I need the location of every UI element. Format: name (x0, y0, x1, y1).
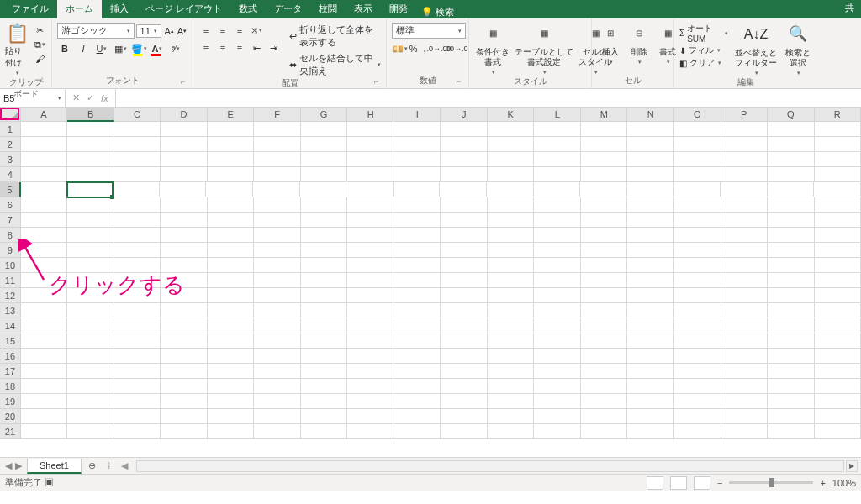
cell[interactable] (768, 228, 815, 243)
cell[interactable] (581, 318, 628, 333)
cell[interactable] (441, 409, 488, 424)
cell[interactable] (347, 424, 394, 439)
cell[interactable] (21, 167, 68, 182)
zoom-level[interactable]: 100% (832, 478, 856, 488)
cell[interactable] (21, 364, 68, 379)
cell[interactable] (627, 258, 674, 273)
cell[interactable] (301, 243, 348, 258)
cell[interactable] (114, 288, 161, 303)
tab-insert[interactable]: 挿入 (102, 0, 137, 18)
font-launcher[interactable]: ⌐ (181, 77, 191, 87)
cell[interactable] (581, 228, 628, 243)
phonetic-button[interactable]: ᵃ⁄▾ (168, 41, 183, 56)
cell[interactable] (721, 379, 769, 394)
cell[interactable] (815, 213, 861, 228)
cell[interactable] (627, 213, 674, 228)
column-header[interactable]: D (161, 108, 208, 121)
cell[interactable] (67, 213, 114, 228)
cell[interactable] (114, 228, 161, 243)
cell[interactable] (347, 167, 394, 182)
cell[interactable] (768, 137, 815, 152)
page-layout-view-button[interactable] (670, 476, 687, 490)
cell[interactable] (768, 318, 815, 333)
cell[interactable] (534, 394, 581, 409)
cell[interactable] (488, 424, 535, 439)
sheet-prev-icon[interactable]: ◀ (5, 460, 12, 471)
cell[interactable] (768, 243, 815, 258)
cell[interactable] (581, 122, 628, 137)
cell[interactable] (721, 258, 769, 273)
cell[interactable] (347, 152, 394, 167)
row-header[interactable]: 14 (0, 318, 21, 333)
cell[interactable] (21, 318, 68, 333)
cell[interactable] (815, 303, 861, 318)
cell[interactable] (394, 197, 441, 213)
sheet-tab[interactable]: Sheet1 (27, 459, 82, 474)
cell[interactable] (627, 243, 674, 258)
cell[interactable] (534, 303, 581, 318)
cell[interactable] (301, 288, 348, 303)
column-header[interactable]: H (347, 108, 394, 121)
cell[interactable] (580, 182, 627, 197)
cell[interactable] (114, 394, 161, 409)
cell[interactable] (721, 273, 769, 288)
column-header[interactable]: Q (768, 108, 815, 121)
cell[interactable] (768, 182, 815, 197)
cell[interactable] (394, 318, 441, 333)
cell[interactable] (581, 167, 628, 182)
cell[interactable] (394, 273, 441, 288)
cell[interactable] (254, 364, 301, 379)
bold-button[interactable]: B (57, 41, 72, 56)
cell[interactable] (488, 318, 535, 333)
cell[interactable] (815, 333, 861, 349)
cell[interactable] (208, 258, 255, 273)
cell[interactable] (254, 409, 301, 424)
cell[interactable] (254, 137, 301, 152)
column-header[interactable]: N (627, 108, 674, 121)
row-header[interactable]: 17 (0, 364, 21, 379)
cell[interactable] (346, 182, 394, 197)
cell[interactable] (301, 364, 348, 379)
column-header[interactable]: B (67, 108, 114, 122)
cell[interactable] (114, 424, 161, 439)
cell[interactable] (721, 152, 769, 167)
cell[interactable] (114, 303, 161, 318)
cell[interactable] (21, 137, 68, 152)
cell[interactable] (394, 258, 441, 273)
select-all-button[interactable] (0, 108, 21, 121)
cell[interactable] (721, 349, 769, 364)
cell[interactable] (534, 288, 581, 303)
row-header[interactable]: 3 (0, 152, 21, 167)
cell[interactable] (208, 213, 255, 228)
cell[interactable] (21, 213, 68, 228)
cell[interactable] (161, 303, 208, 318)
cell[interactable] (114, 213, 161, 228)
cell[interactable] (488, 273, 535, 288)
cell[interactable] (301, 424, 348, 439)
cell[interactable] (394, 349, 441, 364)
decrease-font-icon[interactable]: A▾ (177, 24, 188, 39)
cell[interactable] (208, 197, 255, 213)
cell[interactable] (815, 379, 861, 394)
cell[interactable] (721, 364, 769, 379)
cell[interactable] (301, 122, 348, 137)
cell[interactable] (254, 152, 301, 167)
cell[interactable] (161, 228, 208, 243)
cell[interactable] (815, 273, 861, 288)
column-header[interactable]: G (301, 108, 348, 121)
macro-record-icon[interactable]: ▣ (45, 477, 54, 487)
cell[interactable] (114, 197, 161, 213)
column-header[interactable]: I (394, 108, 441, 121)
cell[interactable] (488, 197, 535, 213)
cell[interactable] (67, 364, 114, 379)
cell[interactable] (394, 379, 441, 394)
cell[interactable] (67, 288, 114, 303)
cell[interactable] (581, 243, 628, 258)
tab-formulas[interactable]: 数式 (230, 0, 266, 18)
cell[interactable] (208, 409, 255, 424)
align-left-icon[interactable]: ≡ (198, 40, 214, 55)
cell[interactable] (674, 394, 721, 409)
cell[interactable] (67, 379, 114, 394)
row-header[interactable]: 7 (0, 213, 21, 228)
cell[interactable] (21, 152, 68, 167)
